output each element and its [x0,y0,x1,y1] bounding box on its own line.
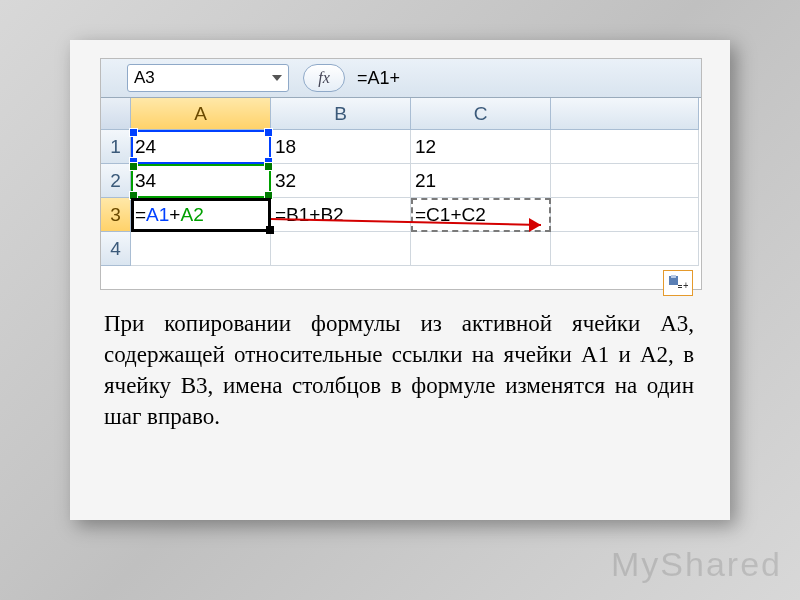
col-header-c[interactable]: C [411,98,551,130]
spreadsheet-grid[interactable]: A B C 1 24 18 12 2 34 32 21 3 =A1+A2 =B1… [101,98,701,266]
col-header-blank[interactable] [551,98,699,130]
name-box[interactable]: A3 [127,64,289,92]
cell-a1[interactable]: 24 [131,130,271,164]
a3-plus: + [169,204,180,226]
fx-label: fx [318,69,330,87]
cell-a2[interactable]: 34 [131,164,271,198]
cell-b2[interactable]: 32 [271,164,411,198]
copy-arrow-icon [271,211,561,235]
paste-options-icon: + [668,275,688,291]
col-header-a[interactable]: A [131,98,271,130]
cell-d2[interactable] [551,164,699,198]
cell-b1[interactable]: 18 [271,130,411,164]
row-header-2[interactable]: 2 [101,164,131,198]
select-all-corner[interactable] [101,98,131,130]
formula-bar: A3 fx =A1+ [101,59,701,98]
a3-ref2: A2 [180,204,203,226]
caption-text: При копировании формулы из активной ячей… [104,308,694,432]
cell-c1[interactable]: 12 [411,130,551,164]
slide-card: A3 fx =A1+ A B C 1 24 18 12 2 [70,40,730,520]
svg-rect-5 [678,287,682,288]
cell-c2[interactable]: 21 [411,164,551,198]
svg-text:+: + [683,280,688,291]
a3-prefix: = [135,204,146,226]
watermark: MyShared [611,545,782,584]
name-box-value: A3 [134,68,155,88]
cell-d4[interactable] [551,232,699,266]
cell-b4[interactable] [271,232,411,266]
cell-d1[interactable] [551,130,699,164]
row-header-1[interactable]: 1 [101,130,131,164]
a3-ref1: A1 [146,204,169,226]
row-header-3[interactable]: 3 [101,198,131,232]
row-header-4[interactable]: 4 [101,232,131,266]
cell-a4[interactable] [131,232,271,266]
formula-text[interactable]: =A1+ [353,68,400,89]
svg-line-0 [271,219,541,225]
chevron-down-icon[interactable] [272,75,282,81]
cell-a3[interactable]: =A1+A2 [131,198,271,232]
paste-options-button[interactable]: + [663,270,693,296]
cell-c4[interactable] [411,232,551,266]
col-header-b[interactable]: B [271,98,411,130]
fx-button[interactable]: fx [303,64,345,92]
svg-marker-1 [529,218,541,232]
formula-input-wrap: fx =A1+ [303,64,400,92]
cell-d3[interactable] [551,198,699,232]
svg-rect-3 [671,275,676,278]
svg-rect-4 [678,285,682,286]
excel-screenshot: A3 fx =A1+ A B C 1 24 18 12 2 [100,58,702,290]
